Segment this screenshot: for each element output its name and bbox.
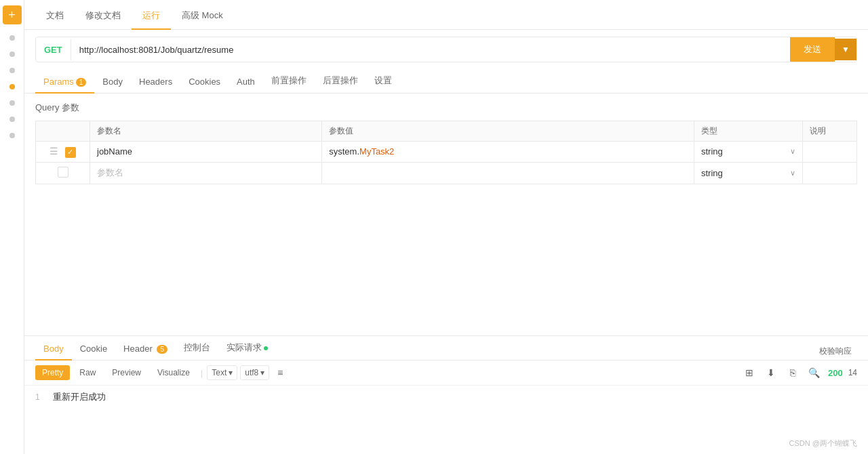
send-button[interactable]: 发送 [790, 37, 835, 62]
req-tab-body[interactable]: Body [94, 71, 131, 94]
expand-icon[interactable]: ⊞ [741, 365, 757, 381]
text-arrow-icon: ▾ [229, 368, 233, 377]
col-type-header: 类型 [694, 121, 803, 142]
row2-control [36, 162, 90, 184]
wrap-icon[interactable]: ≡ [272, 365, 288, 381]
col-desc-header: 说明 [803, 121, 857, 142]
tab-run[interactable]: 运行 [132, 3, 171, 30]
row1-type[interactable]: string ∨ [694, 142, 803, 163]
row2-name-placeholder: 参数名 [97, 167, 123, 178]
format-bar: Pretty Raw Preview Visualize | Text ▾ ut… [24, 360, 868, 386]
req-tab-params[interactable]: Params1 [35, 71, 94, 94]
row2-type[interactable]: string ∨ [694, 162, 803, 184]
row1-value-prefix: system. [329, 146, 359, 157]
req-tab-cookies[interactable]: Cookies [180, 71, 229, 94]
chevron-down-icon: ∨ [790, 169, 795, 178]
watermark: CSDN @两个蝴蝶飞 [789, 438, 857, 449]
request-tabs: Params1 Body Headers Cookies Auth 前置操作 后… [24, 69, 868, 94]
sidebar-dot-7[interactable] [9, 133, 15, 138]
req-tab-auth[interactable]: Auth [229, 71, 263, 94]
fmt-tab-visualize[interactable]: Visualize [151, 365, 197, 380]
resp-tab-cookie[interactable]: Cookie [72, 338, 115, 360]
row2-checkbox[interactable] [58, 167, 68, 178]
table-row: ☰ ✓ jobName system.MyTask2 string ∨ [36, 142, 857, 163]
row1-desc[interactable] [803, 142, 857, 163]
download-icon[interactable]: ⬇ [763, 365, 779, 381]
row2-desc[interactable] [803, 162, 857, 184]
table-row: 参数名 string ∨ [36, 162, 857, 184]
col-value-header: 参数值 [322, 121, 694, 142]
tab-advanced-mock[interactable]: 高级 Mock [171, 3, 234, 30]
row2-value[interactable] [322, 162, 694, 184]
sidebar-dot-4[interactable] [9, 84, 15, 89]
response-status: ⊞ ⬇ ⎘ 🔍 200 14 [741, 365, 857, 381]
url-bar: GET 发送 ▼ [35, 37, 857, 62]
sidebar-dot-2[interactable] [9, 51, 15, 57]
line-number: 1 [35, 392, 40, 402]
encoding-select[interactable]: utf8 ▾ [240, 365, 269, 380]
method-badge: GET [36, 39, 71, 60]
row1-control: ☰ ✓ [36, 142, 90, 163]
sidebar-dot-3[interactable] [9, 68, 15, 73]
response-tabs: Body Cookie Header 5 控制台 实际请求 校验响应 [24, 336, 868, 360]
actual-req-dot [264, 346, 268, 350]
chevron-down-icon: ∨ [790, 147, 795, 156]
resp-tabs-left: Body Cookie Header 5 控制台 实际请求 [35, 336, 276, 360]
section-title: Query 参数 [35, 102, 857, 114]
main-content: 文档 修改文档 运行 高级 Mock GET 发送 ▼ Params1 Body… [24, 0, 868, 454]
row1-checkbox[interactable]: ✓ [65, 147, 76, 158]
col-name-header: 参数名 [90, 121, 322, 142]
req-tab-settings[interactable]: 设置 [366, 69, 400, 94]
status-code: 200 [828, 368, 843, 378]
sidebar-dot-6[interactable] [9, 117, 15, 122]
tab-doc[interactable]: 文档 [35, 3, 75, 30]
text-select[interactable]: Text ▾ [207, 365, 237, 380]
send-arrow-button[interactable]: ▼ [835, 39, 856, 60]
resp-tab-body[interactable]: Body [35, 338, 72, 360]
search-icon[interactable]: 🔍 [806, 365, 823, 381]
fmt-tab-preview[interactable]: Preview [105, 365, 148, 380]
req-tab-headers[interactable]: Headers [131, 71, 180, 94]
params-table: 参数名 参数值 类型 说明 ☰ ✓ jobName system.MyTask2 [35, 121, 857, 184]
fmt-tab-pretty[interactable]: Pretty [35, 365, 70, 380]
separator: | [201, 368, 203, 378]
sidebar-dot-1[interactable] [9, 35, 15, 41]
sidebar-dot-5[interactable] [9, 100, 15, 106]
response-panel: Body Cookie Header 5 控制台 实际请求 校验响应 Prett… [24, 335, 868, 454]
row2-name[interactable]: 参数名 [90, 162, 322, 184]
req-tab-post-ops[interactable]: 后置操作 [315, 69, 366, 94]
tab-edit-doc[interactable]: 修改文档 [75, 3, 132, 30]
drag-handle-icon[interactable]: ☰ [50, 146, 58, 157]
header-badge: 5 [157, 345, 167, 354]
row1-name[interactable]: jobName [90, 142, 322, 163]
validate-response-button[interactable]: 校验响应 [814, 343, 857, 360]
resp-tab-actual-req[interactable]: 实际请求 [218, 336, 276, 360]
row1-value-highlight: MyTask2 [359, 146, 394, 157]
resp-tab-header[interactable]: Header 5 [115, 338, 176, 360]
response-content: 1 重新开启成功 [24, 386, 868, 454]
req-tab-pre-ops[interactable]: 前置操作 [263, 69, 315, 94]
col-control [36, 121, 90, 142]
sidebar: + [0, 0, 24, 454]
top-nav: 文档 修改文档 运行 高级 Mock [24, 0, 868, 30]
copy-icon[interactable]: ⎘ [785, 365, 801, 381]
fmt-tab-raw[interactable]: Raw [73, 365, 102, 380]
resp-tab-console[interactable]: 控制台 [176, 336, 218, 360]
row1-value[interactable]: system.MyTask2 [322, 142, 694, 163]
params-section: Query 参数 参数名 参数值 类型 说明 ☰ ✓ jobN [24, 94, 868, 335]
encoding-arrow-icon: ▾ [260, 368, 264, 377]
response-time: 14 [848, 368, 857, 377]
add-button[interactable]: + [3, 5, 22, 24]
params-badge: 1 [76, 78, 87, 87]
response-text: 重新开启成功 [53, 392, 106, 402]
url-input[interactable] [71, 39, 790, 60]
